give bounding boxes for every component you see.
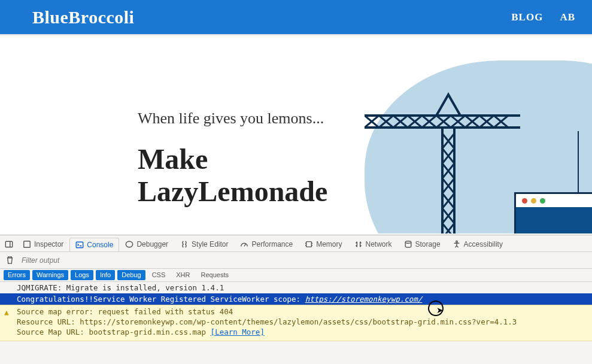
hero-tagline: When life gives you lemons... <box>138 110 327 128</box>
tab-label: Inspector <box>34 240 63 248</box>
storage-icon <box>404 240 412 248</box>
console-output: JQMIGRATE: Migrate is installed, version… <box>0 282 592 341</box>
chip-warnings[interactable]: Warnings <box>32 270 68 280</box>
tab-label: Memory <box>316 240 342 248</box>
tab-storage[interactable]: Storage <box>398 237 447 251</box>
warning-icon: ▲ <box>4 307 9 317</box>
log-line-selected[interactable]: Congratulations!!Service Worker Register… <box>0 293 592 305</box>
chip-debug[interactable]: Debug <box>117 270 145 280</box>
log-line[interactable]: JQMIGRATE: Migrate is installed, version… <box>0 282 592 293</box>
warning-block[interactable]: ▲ Source map error: request failed with … <box>0 305 592 341</box>
tab-label: Console <box>87 241 113 249</box>
crane-illustration <box>365 92 526 233</box>
svg-rect-4 <box>5 241 12 247</box>
chip-logs[interactable]: Logs <box>71 270 93 280</box>
memory-icon <box>305 240 313 248</box>
tab-style-editor[interactable]: Style Editor <box>174 237 234 251</box>
site-logo[interactable]: BlueBroccoli <box>32 7 134 28</box>
dock-side-icon[interactable] <box>5 240 13 248</box>
tab-label: Accessibility <box>464 240 503 248</box>
chip-xhr[interactable]: XHR <box>172 270 194 280</box>
warning-line: Source Map URL: bootstrap-grid.min.css.m… <box>17 327 588 337</box>
traffic-light-yellow-icon <box>531 198 536 204</box>
log-text: Congratulations!!Service Worker Register… <box>17 295 305 304</box>
svg-rect-6 <box>24 241 31 248</box>
traffic-light-red-icon <box>522 198 527 204</box>
style-editor-icon <box>180 240 189 248</box>
site-header: BlueBroccoli BLOG AB <box>0 0 592 34</box>
svg-rect-10 <box>306 242 312 247</box>
console-icon <box>75 241 84 249</box>
svg-line-9 <box>244 244 246 246</box>
svg-point-16 <box>456 241 457 242</box>
accessibility-icon <box>453 240 461 248</box>
hero-copy: When life gives you lemons... Make LazyL… <box>138 110 327 208</box>
chip-requests[interactable]: Requests <box>197 270 233 280</box>
chip-css[interactable]: CSS <box>148 270 170 280</box>
browser-window-illustration <box>514 192 592 233</box>
tab-debugger[interactable]: Debugger <box>119 237 174 251</box>
tab-memory[interactable]: Memory <box>299 237 348 251</box>
warning-line: Resource URL: https://storemonkeywp.com/… <box>17 317 588 327</box>
site-nav: BLOG AB <box>511 11 575 23</box>
warning-line: Source map error: request failed with st… <box>17 307 588 317</box>
svg-rect-8 <box>126 241 133 247</box>
svg-rect-7 <box>77 242 83 248</box>
tab-performance[interactable]: Performance <box>234 237 299 251</box>
console-filter-chips: Errors Warnings Logs Info Debug CSS XHR … <box>0 269 592 282</box>
tab-label: Performance <box>251 240 293 248</box>
console-filter-row <box>0 252 592 269</box>
tab-accessibility[interactable]: Accessibility <box>447 237 509 251</box>
devtools-tabstrip: Inspector Console Debugger Style Editor … <box>0 235 592 252</box>
debugger-icon <box>125 240 133 248</box>
network-icon <box>354 240 363 248</box>
log-text: JQMIGRATE: Migrate is installed, version… <box>17 283 224 292</box>
nav-about[interactable]: AB <box>560 11 575 23</box>
devtools-panel: Inspector Console Debugger Style Editor … <box>0 235 592 364</box>
hero-headline: Make LazyLemonade <box>138 143 327 208</box>
chip-errors[interactable]: Errors <box>4 270 30 280</box>
website-viewport: BlueBroccoli BLOG AB <box>0 0 592 233</box>
tab-network[interactable]: Network <box>348 237 398 251</box>
log-url: https://storemonkeywp.com/ <box>305 295 423 304</box>
tab-label: Style Editor <box>192 240 228 248</box>
hero-section: When life gives you lemons... Make LazyL… <box>0 37 592 233</box>
learn-more-link[interactable]: [Learn More] <box>211 327 265 336</box>
nav-blog[interactable]: BLOG <box>511 11 543 23</box>
traffic-light-green-icon <box>540 198 545 204</box>
tab-inspector[interactable]: Inspector <box>17 237 69 251</box>
performance-icon <box>240 240 248 248</box>
warning-text: Source Map URL: bootstrap-grid.min.css.m… <box>17 327 211 336</box>
svg-point-15 <box>405 241 411 244</box>
tab-label: Debugger <box>136 240 168 248</box>
tab-label: Network <box>366 240 392 248</box>
filter-output-input[interactable] <box>20 256 140 265</box>
tab-console[interactable]: Console <box>69 238 119 251</box>
chip-info[interactable]: Info <box>96 270 115 280</box>
inspector-icon <box>23 240 31 248</box>
clear-console-icon[interactable] <box>5 256 14 265</box>
tab-label: Storage <box>415 240 441 248</box>
